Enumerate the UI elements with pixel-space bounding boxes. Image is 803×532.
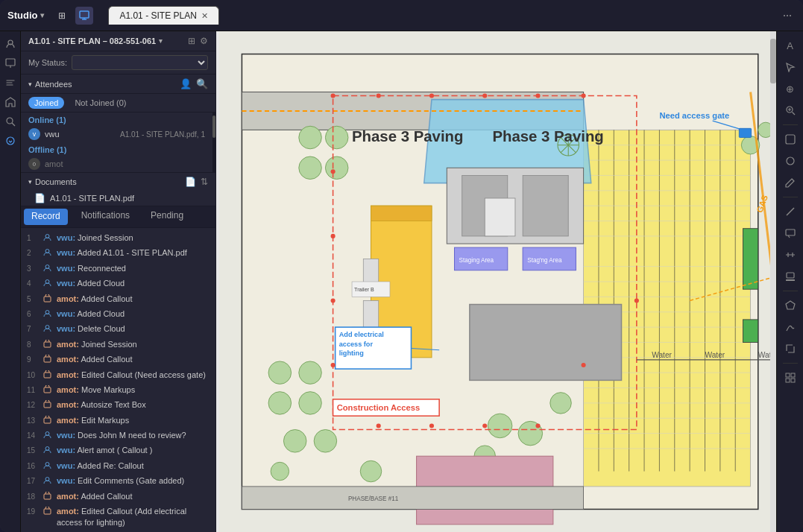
rtb-pen-icon[interactable] xyxy=(781,173,800,192)
rtb-grid-icon[interactable] xyxy=(781,368,800,387)
docs-title[interactable]: ▾ Documents xyxy=(28,177,77,186)
nav-icon-5[interactable] xyxy=(2,113,19,130)
rtb-arrow-icon[interactable] xyxy=(781,57,800,77)
rtb-polygon-icon[interactable] xyxy=(781,296,800,315)
studio-dropdown-arrow[interactable]: ▾ xyxy=(40,11,44,19)
svg-line-146 xyxy=(792,113,795,115)
attendee-list: Online (1) v vwu A1.01 - SITE PLAN.pdf, … xyxy=(21,113,212,172)
close-tab-icon[interactable]: ✕ xyxy=(201,11,208,21)
session-title-area[interactable]: A1.01 - SITE PLAN – 082-551-061 ▾ xyxy=(28,37,163,45)
attendee-list-container: Online (1) v vwu A1.01 - SITE PLAN.pdf, … xyxy=(21,113,215,172)
svg-rect-152 xyxy=(786,229,795,235)
record-tabs: Record Notifications Pending xyxy=(21,206,215,228)
svg-point-134 xyxy=(582,93,586,98)
canvas-scrollbar-track[interactable] xyxy=(770,31,776,532)
record-user-icon xyxy=(43,279,54,290)
join-tabs: Joined Not Joined (0) xyxy=(21,94,215,113)
share-icon[interactable]: ⊞ xyxy=(188,36,195,46)
svg-rect-159 xyxy=(791,379,795,382)
top-bar-right: ⋯ xyxy=(779,7,796,24)
site-plan-svg: Staging Area Stag'ng Area Trailer B xyxy=(216,31,776,532)
svg-point-143 xyxy=(331,234,336,238)
status-row: My Status: xyxy=(21,51,215,75)
record-num: 1 xyxy=(27,232,40,244)
svg-point-81 xyxy=(299,126,322,149)
rtb-resize-icon[interactable] xyxy=(781,339,800,358)
attendee-name-vwu: vwu xyxy=(45,130,60,139)
sort-doc-icon[interactable]: ⇅ xyxy=(201,177,208,187)
not-joined-tab[interactable]: Not Joined (0) xyxy=(69,97,132,109)
rtb-select-icon[interactable] xyxy=(781,130,800,149)
record-tab[interactable]: Record xyxy=(24,209,68,225)
site-plan-tab[interactable]: A1.01 - SITE PLAN ✕ xyxy=(108,6,218,25)
joined-tab[interactable]: Joined xyxy=(28,97,64,109)
record-item: 16vwu: Added Re: Callout xyxy=(21,459,215,474)
doc-item-siteplan[interactable]: 📄 A1.01 - SITE PLAN.pdf xyxy=(21,191,215,206)
svg-rect-20 xyxy=(44,402,51,408)
svg-rect-76 xyxy=(363,300,378,331)
svg-point-83 xyxy=(299,156,322,180)
studio-logo[interactable]: Studio ▾ xyxy=(7,10,44,21)
session-dropdown-arrow[interactable]: ▾ xyxy=(159,37,163,45)
more-options-icon[interactable]: ⋯ xyxy=(779,7,796,24)
nav-icon-6[interactable] xyxy=(2,133,19,149)
svg-point-139 xyxy=(429,423,434,428)
svg-rect-66 xyxy=(523,175,568,235)
svg-point-84 xyxy=(325,156,348,180)
svg-point-92 xyxy=(360,460,382,482)
svg-point-87 xyxy=(268,392,292,415)
rtb-zoom-icon[interactable] xyxy=(781,101,800,120)
rtb-divider-1 xyxy=(783,124,798,125)
status-select[interactable] xyxy=(72,55,208,70)
nav-icon-2[interactable] xyxy=(2,55,19,72)
record-item: 10amot: Edited Callout (Need access gate… xyxy=(21,368,215,383)
svg-point-89 xyxy=(283,430,306,453)
record-num: 5 xyxy=(27,294,40,305)
rtb-text-icon[interactable]: A xyxy=(781,36,800,55)
record-item: 12amot: Autosize Text Box xyxy=(21,398,215,413)
nav-icon-4[interactable] xyxy=(2,94,19,110)
rtb-stamp-icon[interactable] xyxy=(781,267,800,286)
svg-text:Stag'ng Area: Stag'ng Area xyxy=(527,257,562,264)
attendee-scrollbar[interactable] xyxy=(212,113,215,172)
record-item: 15vwu: Alert amot ( Callout ) xyxy=(21,443,215,458)
nav-icon-3[interactable] xyxy=(2,75,19,91)
home-icon[interactable]: ⊞ xyxy=(53,7,71,25)
svg-line-7 xyxy=(12,123,15,126)
svg-rect-67 xyxy=(485,198,515,236)
record-item: 13amot: Edit Markups xyxy=(21,414,215,428)
svg-point-82 xyxy=(325,126,348,149)
attendee-amot-left: ○ amot xyxy=(28,158,63,170)
svg-rect-13 xyxy=(44,297,51,302)
site-plan-canvas: Staging Area Stag'ng Area Trailer B xyxy=(216,31,776,532)
record-user-icon xyxy=(43,370,54,381)
rtb-callout-icon[interactable] xyxy=(781,224,800,243)
rtb-freeform-icon[interactable] xyxy=(781,317,800,337)
session-header: A1.01 - SITE PLAN – 082-551-061 ▾ ⊞ ⚙ xyxy=(21,31,215,51)
add-doc-icon[interactable]: 📄 xyxy=(185,177,196,187)
search-attendee-icon[interactable]: 🔍 xyxy=(196,78,208,89)
rtb-measure-icon[interactable] xyxy=(781,245,800,265)
rtb-shapes-icon[interactable] xyxy=(781,151,800,171)
session-icon[interactable] xyxy=(75,7,93,25)
svg-line-151 xyxy=(787,208,794,215)
pending-tab[interactable]: Pending xyxy=(140,206,194,227)
record-text: vwu: Added Cloud xyxy=(57,278,125,289)
svg-point-93 xyxy=(488,414,512,438)
nav-icon-1[interactable] xyxy=(2,36,19,52)
rtb-crosshair-icon[interactable]: ⊕ xyxy=(781,79,800,98)
rtb-line-icon[interactable] xyxy=(781,202,800,221)
settings-icon[interactable]: ⚙ xyxy=(200,36,208,46)
record-text: vwu: Added Cloud xyxy=(57,308,125,320)
record-user-icon xyxy=(43,340,54,351)
attendees-title[interactable]: ▾ Attendees xyxy=(28,80,72,89)
svg-point-131 xyxy=(429,93,434,98)
record-num: 19 xyxy=(27,506,40,517)
session-title-text: A1.01 - SITE PLAN – 082-551-061 xyxy=(28,37,156,45)
notifications-tab[interactable]: Notifications xyxy=(71,206,140,227)
avatar-vwu: v xyxy=(28,128,40,140)
add-attendee-icon[interactable]: 👤 xyxy=(180,78,192,89)
rtb-divider-3 xyxy=(783,291,798,291)
record-item: 3vwu: Reconnected xyxy=(21,262,215,276)
record-num: 12 xyxy=(27,399,40,411)
